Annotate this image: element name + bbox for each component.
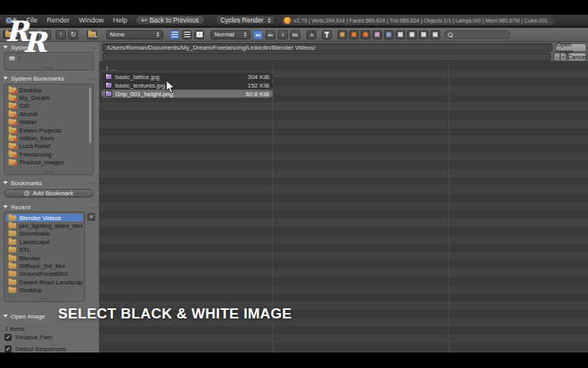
panel-header-system-bookmarks[interactable]: System Bookmarks — <box>3 74 96 82</box>
bookmark-item[interactable]: Product_images <box>6 159 91 167</box>
sort-time-button[interactable]: t <box>278 30 288 40</box>
nav-parent-button[interactable]: ↑ <box>56 30 66 40</box>
system-root-item[interactable]: / <box>6 54 91 62</box>
create-directory-button[interactable]: + <box>87 30 97 40</box>
folder-icon <box>9 280 16 285</box>
bookmark-item[interactable]: Freelancing <box>6 150 91 158</box>
filetype-filter-button[interactable] <box>349 30 359 40</box>
sort-alphabetical-button[interactable]: az <box>253 30 263 40</box>
filetype-filter-button[interactable] <box>384 30 394 40</box>
folder-icon <box>9 128 16 133</box>
folder-icon <box>9 95 16 101</box>
display-long-list-button[interactable] <box>182 30 192 40</box>
nav-refresh-button[interactable]: ↻ <box>68 30 78 40</box>
file-size: 152 KiB <box>248 82 269 89</box>
resize-grip[interactable] <box>44 67 53 69</box>
recent-item[interactable]: Blender <box>6 254 83 262</box>
filter-font-icon <box>409 32 415 37</box>
bookmark-item[interactable]: My_Dream <box>6 94 91 101</box>
bookmark-item[interactable]: Airchill <box>6 110 91 118</box>
menu-render[interactable]: Render <box>46 16 72 24</box>
recent-item[interactable]: Downloads <box>6 230 83 238</box>
sort-time-icon: t <box>282 33 284 37</box>
sort-alpha-icon: az <box>255 33 260 37</box>
collapse-triangle-icon <box>3 77 8 80</box>
recent-item[interactable]: pro_lighting_skies_demo_hd... <box>6 222 83 229</box>
folder-icon <box>9 112 16 117</box>
filter-script-icon <box>398 32 403 37</box>
checkbox-row[interactable]: ✓ Detect Sequences <box>5 346 66 353</box>
checkbox-row[interactable]: ✓ Relative Path <box>5 334 53 341</box>
render-engine-dropdown[interactable]: Cycles Render <box>216 15 275 25</box>
scrollbar[interactable] <box>89 88 91 143</box>
panel-header-bookmarks[interactable]: Bookmarks — <box>3 179 96 187</box>
show-hidden-toggle[interactable]: .h <box>306 30 316 40</box>
sort-mode-dropdown[interactable]: Normal <box>210 30 251 40</box>
recent-item[interactable]: Diffusor_full_flex <box>6 262 83 270</box>
funnel-icon <box>324 32 330 38</box>
filetype-filter-button[interactable] <box>407 30 417 40</box>
blender-logo-icon <box>284 17 291 24</box>
panel-options-icon: — <box>90 181 96 185</box>
recent-item[interactable]: Desktop <box>6 287 83 294</box>
recent-list: Blender Videos pro_lighting_skies_demo_h… <box>4 212 85 302</box>
recent-item[interactable]: Blender Videos <box>6 214 83 222</box>
directory-path-input[interactable]: /Users/Roman/Documents/My_Dream/Freelanc… <box>102 43 552 52</box>
menu-window[interactable]: Window <box>77 16 105 24</box>
checkbox-icon[interactable]: ✓ <box>5 334 12 341</box>
reset-recent-button[interactable]: × <box>87 213 95 221</box>
decrement-button[interactable]: - <box>554 53 560 61</box>
long-list-icon <box>184 32 190 37</box>
recent-item[interactable]: GroundForest003 <box>6 270 83 278</box>
top-menubar: i File Render Window Help ↩ Back to Prev… <box>0 15 588 26</box>
bookmark-item[interactable]: Desktop <box>6 86 91 94</box>
filter-toggle-button[interactable] <box>322 30 332 40</box>
filetype-filter-button[interactable] <box>361 30 371 40</box>
bookmark-item[interactable]: Wallet <box>6 119 91 126</box>
file-row[interactable]: Grip_001_height.png 60.6 KiB <box>101 90 273 98</box>
back-to-previous-button[interactable]: ↩ Back to Previous <box>135 15 205 25</box>
filter-preset-dropdown[interactable]: None <box>106 30 163 40</box>
file-browser-toolbar: ← → ↑ ↻ + None Normal az ex t kb .h <box>0 28 588 42</box>
filename-input[interactable] <box>102 53 551 61</box>
filter-sound-icon <box>421 32 426 37</box>
open-image-confirm-button[interactable]: Open Image <box>556 43 586 52</box>
display-thumbnails-button[interactable] <box>194 30 204 40</box>
items-count-label: 1 items <box>5 325 25 332</box>
filetype-filter-button[interactable] <box>419 30 429 40</box>
filetype-filter-button[interactable] <box>372 30 382 40</box>
panel-options-icon: — <box>90 76 96 81</box>
folder-icon <box>9 88 16 93</box>
file-row[interactable]: basic_lattice.jpg 304 KiB <box>101 73 273 81</box>
bookmark-item[interactable]: million_trees <box>6 134 91 142</box>
sort-extension-button[interactable]: ex <box>265 30 275 40</box>
display-short-list-button[interactable] <box>169 30 179 40</box>
file-row[interactable]: basic_textures.jpg 152 KiB <box>101 81 273 90</box>
bookmark-item[interactable]: CID <box>6 102 91 110</box>
bookmark-item[interactable]: Extern Projects <box>6 126 91 134</box>
search-input[interactable] <box>444 30 511 39</box>
cancel-button[interactable]: Cancel <box>568 53 586 61</box>
sort-size-button[interactable]: kb <box>290 30 300 40</box>
menu-help[interactable]: Help <box>111 16 129 24</box>
bookmark-item[interactable]: Luca Relief <box>6 143 91 150</box>
recent-item[interactable]: Landscape <box>6 238 83 246</box>
panel-header-recent[interactable]: Recent — <box>3 203 96 211</box>
filetype-filter-group <box>337 30 440 40</box>
resize-grip[interactable] <box>44 171 53 174</box>
filter-text-icon <box>432 32 438 37</box>
resize-grip[interactable] <box>40 298 50 301</box>
parent-directory-row[interactable]: ↑ .. <box>101 64 273 73</box>
increment-button[interactable]: + <box>560 53 566 61</box>
filetype-filter-button[interactable] <box>337 30 347 40</box>
filetype-filter-button[interactable] <box>395 30 405 40</box>
sort-size-icon: kb <box>292 33 298 37</box>
filetype-filter-button[interactable] <box>430 30 440 40</box>
recent-item[interactable]: Desert Road Landscape <box>6 278 83 286</box>
plus-icon: + <box>24 191 29 196</box>
recent-item[interactable]: STL <box>6 246 83 254</box>
folder-icon <box>9 263 16 269</box>
add-bookmark-button[interactable]: + Add Bookmark <box>4 189 94 198</box>
checkbox-icon[interactable]: ✓ <box>5 346 12 353</box>
folder-icon <box>9 136 16 141</box>
